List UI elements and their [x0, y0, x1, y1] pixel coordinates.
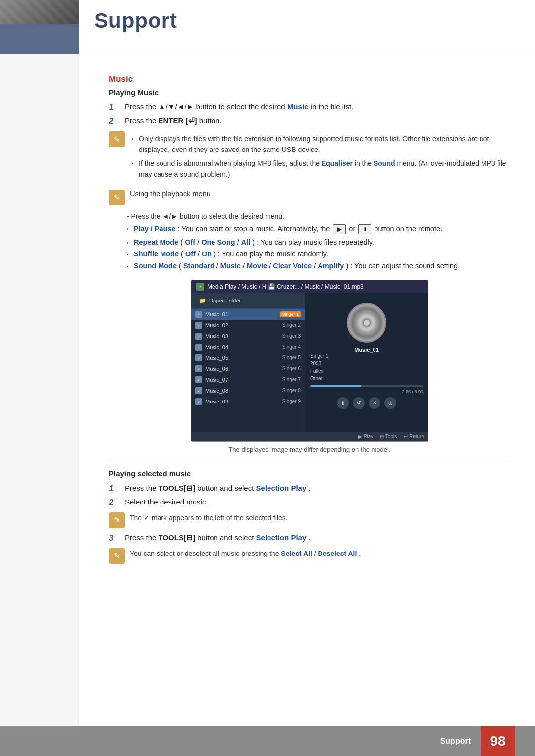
sound-ctrl[interactable]: ◎: [384, 397, 396, 409]
note-box-1: • Only displays the files with the file …: [109, 131, 510, 183]
playing-selected-heading: Playing selected music: [109, 469, 510, 478]
file-item-singer: Singer 5: [282, 355, 301, 360]
repeat-mode-item: • Repeat Mode ( Off / One Song / All ) :…: [127, 238, 510, 246]
sel-note-icon-2: [109, 548, 125, 564]
cd-center: [363, 319, 371, 327]
file-item-icon: ♪: [195, 365, 202, 372]
file-item-icon: ♪: [195, 398, 202, 405]
note-icon-2: [109, 190, 125, 205]
titlebar-text: Media Play / Music / H 💾 Cruzer... / Mus…: [207, 283, 364, 290]
playback-note: Using the playback menu: [109, 190, 510, 205]
time-display: 2:36 / 5:00: [310, 389, 423, 394]
playback-items: • Play / Pause : You can start or stop a…: [109, 224, 510, 270]
file-item-singer: Singer 4: [282, 344, 301, 350]
titlebar-icon: ♪: [196, 283, 204, 291]
numbered-list: 1 Press the ▲/▼/◄/► button to select the…: [109, 102, 510, 126]
upper-folder-label: Upper Folder: [209, 298, 241, 303]
file-list-item[interactable]: ♪Music_02Singer 2: [191, 320, 305, 331]
sel-note-icon-1: [109, 512, 125, 528]
note-bullet-1: • Only displays the files with the file …: [130, 133, 510, 155]
sel-step-2: 2 Select the desired music.: [109, 498, 510, 507]
pause-ctrl[interactable]: ⏸: [337, 397, 349, 409]
section-heading: Music: [109, 74, 510, 84]
sel-note-box-2: You can select or deselect all music pre…: [109, 548, 510, 564]
file-list-item[interactable]: ♪Music_07Singer 7: [191, 374, 305, 385]
sel-step-1-text: Press the TOOLS[⊟] button and select Sel…: [125, 484, 311, 493]
play-pause-item: • Play / Pause : You can start or stop a…: [127, 224, 510, 234]
sound-mode-item: • Sound Mode ( Standard / Music / Movie …: [127, 262, 510, 270]
progress-bar-fill: [310, 385, 361, 387]
step-2-num: 2: [109, 116, 123, 126]
file-item-icon: ♪: [195, 322, 202, 329]
file-item-icon: ♪: [195, 376, 202, 383]
repeat-ctrl[interactable]: ↺: [353, 397, 365, 409]
track-singer: Singer 1: [310, 353, 423, 359]
cd-visual: [347, 303, 386, 343]
file-list: ♪Music_01Singer 1♪Music_02Singer 2♪Music…: [191, 309, 305, 407]
sel-note-content-2: You can select or deselect all music pre…: [130, 548, 361, 559]
pause-btn-icon: ⏸: [358, 224, 371, 234]
playback-note-content: Using the playback menu: [130, 190, 211, 200]
step-2: 2 Press the ENTER [⏎] button.: [109, 116, 510, 126]
playback-menu-label: Using the playback menu: [130, 190, 211, 198]
upper-folder-item[interactable]: 📁 Upper Folder: [195, 296, 301, 306]
play-btn-icon: ▶: [333, 224, 346, 234]
file-item-singer: Singer 7: [282, 377, 301, 382]
separator: [109, 461, 510, 461]
header-title-area: Support: [79, 0, 535, 54]
file-list-item[interactable]: ♪Music_01Singer 1: [191, 309, 305, 320]
sel-numbered-list-2: 3 Press the TOOLS[⊟] button and select S…: [109, 533, 510, 543]
note-bullet-2: • If the sound is abnormal when playing …: [130, 158, 510, 180]
file-item-singer: Singer 9: [282, 399, 301, 404]
file-list-item[interactable]: ♪Music_03Singer 3: [191, 331, 305, 342]
sel-step-1-num: 1: [109, 484, 123, 494]
screenshot-body: 📁 Upper Folder ♪Music_01Singer 1♪Music_0…: [191, 293, 428, 432]
content-area: Music Playing Music 1 Press the ▲/▼/◄/► …: [0, 54, 535, 726]
file-item-name: Music_02: [205, 322, 279, 328]
note-bullets: • Only displays the files with the file …: [130, 133, 510, 180]
file-item-icon: ♪: [195, 344, 202, 351]
preview-panel: Music_01 Singer 1 2003 Fallen Other 2:36: [305, 293, 428, 432]
file-item-name: Music_09: [205, 399, 279, 404]
header-sidebar: [0, 0, 79, 54]
file-item-icon: ♪: [195, 387, 202, 394]
file-list-panel: 📁 Upper Folder ♪Music_01Singer 1♪Music_0…: [191, 293, 305, 432]
controls-row: ⏸ ↺ ✕ ◎: [337, 397, 396, 409]
sel-step-2-text: Select the desired music.: [125, 498, 208, 506]
shuffle-ctrl[interactable]: ✕: [369, 397, 380, 409]
file-item-name: Music_05: [205, 355, 279, 361]
file-list-item[interactable]: ♪Music_08Singer 8: [191, 385, 305, 396]
file-list-item[interactable]: ♪Music_09Singer 9: [191, 396, 305, 407]
progress-bar-bg: [310, 385, 423, 387]
file-item-name: Music_06: [205, 366, 279, 372]
sel-step-3-text: Press the TOOLS[⊟] button and select Sel…: [125, 533, 311, 542]
file-item-singer: Singer 3: [282, 333, 301, 339]
file-item-icon: ♪: [195, 354, 202, 361]
file-list-item[interactable]: ♪Music_06Singer 6: [191, 363, 305, 374]
file-item-icon: ♪: [195, 311, 202, 318]
screenshot-container: ♪ Media Play / Music / H 💾 Cruzer... / M…: [109, 280, 510, 453]
note-icon-1: [109, 131, 125, 147]
press-lr-note: - Press the ◄/► button to select the des…: [109, 212, 510, 220]
track-album: Fallen: [310, 368, 423, 374]
footer-tools-label: ⊟ Tools: [380, 434, 397, 439]
file-list-item[interactable]: ♪Music_04Singer 4: [191, 342, 305, 353]
file-list-item[interactable]: ♪Music_05Singer 5: [191, 353, 305, 363]
footer-page-number: 98: [481, 726, 515, 756]
sel-note-content-1: The ✓ mark appears to the left of the se…: [130, 512, 288, 523]
shuffle-mode-item: • Shuffle Mode ( Off / On ) : You can pl…: [127, 250, 510, 258]
footer-play-label: ▶ Play: [358, 434, 373, 439]
file-item-icon: ♪: [195, 333, 202, 340]
file-item-singer: Singer 6: [282, 366, 301, 371]
step-1-text: Press the ▲/▼/◄/► button to select the d…: [125, 102, 353, 111]
footer-return-label: ↩ Return: [404, 434, 424, 439]
file-item-singer: Singer 8: [282, 388, 301, 393]
screenshot-footer-bar: ▶ Play ⊟ Tools ↩ Return: [191, 432, 428, 441]
content-sidebar: [0, 54, 79, 726]
file-list-header: 📁 Upper Folder: [191, 293, 305, 309]
content-main: Music Playing Music 1 Press the ▲/▼/◄/► …: [79, 54, 535, 726]
step-1: 1 Press the ▲/▼/◄/► button to select the…: [109, 102, 510, 112]
sel-step-3-num: 3: [109, 533, 123, 543]
file-item-name: Music_03: [205, 333, 279, 339]
step-1-num: 1: [109, 102, 123, 112]
